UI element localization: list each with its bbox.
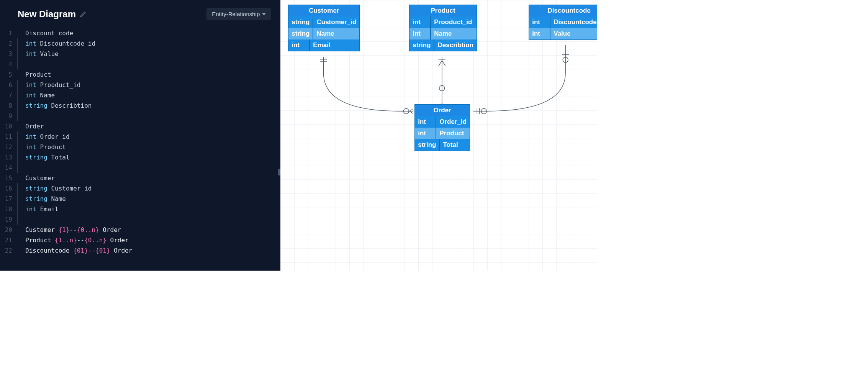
line-number: 4 <box>4 59 17 69</box>
code-text: Customer <box>25 173 55 183</box>
indent-guide <box>17 142 18 152</box>
code-text: int Order_id <box>25 131 70 142</box>
code-text: string Customer_id <box>25 183 92 194</box>
code-text: Customer {1}--{0..n} Order <box>25 225 121 235</box>
entity-field-name: Customer_id <box>313 16 359 28</box>
line-number: 16 <box>4 183 17 194</box>
line-number: 19 <box>4 214 17 225</box>
code-line[interactable]: 11int Order_id <box>4 131 280 142</box>
code-line[interactable]: 21Product {1..n}--{0..n} Order <box>4 235 280 245</box>
indent-guide <box>17 59 18 69</box>
code-text: int Product <box>25 142 66 152</box>
entity-field-name: Name <box>431 28 477 39</box>
indent-guide <box>17 173 18 183</box>
code-line[interactable]: 7int Name <box>4 90 280 100</box>
code-line[interactable]: 10Order <box>4 121 280 131</box>
entity-field-type: string <box>288 28 313 39</box>
code-line[interactable]: 17string Name <box>4 194 280 204</box>
entity-field-name: Describtion <box>434 39 477 51</box>
entity-row: intOrder_id <box>415 116 470 128</box>
entity-field-name: Order_id <box>436 116 470 128</box>
code-text: Product {1..n}--{0..n} Order <box>25 235 129 245</box>
indent-guide <box>17 28 18 38</box>
diagram-canvas[interactable]: CustomerstringCustomer_idstringNameintEm… <box>280 0 597 271</box>
entity-field-name: Total <box>440 139 470 151</box>
indent-guide <box>17 183 18 194</box>
svg-line-8 <box>439 61 442 66</box>
entity-order[interactable]: OrderintOrder_idintProductstringTotal <box>414 104 470 151</box>
entity-field-type: int <box>415 116 436 128</box>
editor-header: New Diagram Entity-Relationship <box>0 0 280 26</box>
entity-customer[interactable]: CustomerstringCustomer_idstringNameintEm… <box>288 5 360 51</box>
entity-field-type: string <box>288 16 313 28</box>
entity-row: intName <box>409 28 477 39</box>
entity-discountcode[interactable]: DiscountcodeintDiscountcode_idintValue <box>529 5 597 40</box>
line-number: 2 <box>4 38 17 49</box>
svg-point-11 <box>563 57 568 62</box>
code-line[interactable]: 12int Product <box>4 142 280 152</box>
code-line[interactable]: 16string Customer_id <box>4 183 280 194</box>
entity-field-type: int <box>409 28 431 39</box>
line-number: 17 <box>4 194 17 204</box>
entity-field-name: Prooduct_id <box>431 16 477 28</box>
code-line[interactable]: 13string Total <box>4 152 280 163</box>
code-text: int Discountcode_id <box>25 38 95 49</box>
entity-row: intValue <box>529 28 597 39</box>
code-line[interactable]: 15Customer <box>4 173 280 183</box>
entity-field-type: int <box>415 128 436 139</box>
entity-row: stringTotal <box>415 139 470 151</box>
code-line[interactable]: 3int Value <box>4 49 280 59</box>
diagram-type-label: Entity-Relationship <box>212 11 260 17</box>
indent-guide <box>17 38 18 49</box>
indent-guide <box>17 111 18 121</box>
line-number: 5 <box>4 69 17 80</box>
line-number: 11 <box>4 131 17 142</box>
line-number: 8 <box>4 100 17 111</box>
code-line[interactable]: 2int Discountcode_id <box>4 38 280 49</box>
indent-guide <box>17 100 18 111</box>
diagram-type-select[interactable]: Entity-Relationship <box>206 8 271 20</box>
code-text: string Describtion <box>25 100 92 111</box>
line-number: 12 <box>4 142 17 152</box>
code-line[interactable]: 4 <box>4 59 280 69</box>
line-number: 6 <box>4 80 17 90</box>
code-line[interactable]: 18int Email <box>4 204 280 214</box>
code-line[interactable]: 1Discount code <box>4 28 280 38</box>
code-text: Order <box>25 121 44 131</box>
entity-field-type: string <box>409 39 434 51</box>
code-line[interactable]: 5Product <box>4 69 280 80</box>
line-number: 15 <box>4 173 17 183</box>
indent-guide <box>17 152 18 163</box>
code-editor[interactable]: 1Discount code2int Discountcode_id3int V… <box>0 26 280 271</box>
line-number: 7 <box>4 90 17 100</box>
code-text: int Name <box>25 90 55 100</box>
line-number: 21 <box>4 235 17 245</box>
line-number: 9 <box>4 111 17 121</box>
entity-row: intEmail <box>288 39 359 51</box>
code-line[interactable]: 19 <box>4 214 280 225</box>
line-number: 22 <box>4 245 17 256</box>
indent-guide <box>17 204 18 214</box>
entity-field-name: Email <box>310 39 359 51</box>
entity-field-type: int <box>529 28 550 39</box>
code-line[interactable]: 6int Prooduct_id <box>4 80 280 90</box>
entity-title: Product <box>409 5 477 16</box>
pencil-icon[interactable] <box>80 11 87 18</box>
code-text: string Name <box>25 194 66 204</box>
line-number: 18 <box>4 204 17 214</box>
entity-row: intDiscountcode_id <box>529 16 597 28</box>
entity-row: stringName <box>288 28 359 39</box>
code-text: Discount code <box>25 28 73 38</box>
indent-guide <box>17 214 18 225</box>
code-line[interactable]: 8string Describtion <box>4 100 280 111</box>
entity-field-name: Product <box>436 128 470 139</box>
code-line[interactable]: 20Customer {1}--{0..n} Order <box>4 225 280 235</box>
indent-guide <box>17 163 18 173</box>
code-line[interactable]: 9 <box>4 111 280 121</box>
indent-guide <box>17 69 18 80</box>
entity-product[interactable]: ProductintProoduct_idintNamestringDescri… <box>409 5 477 51</box>
entity-row: intProduct <box>415 128 470 139</box>
code-line[interactable]: 14 <box>4 163 280 173</box>
code-line[interactable]: 22Discountcode {01}--{01} Order <box>4 245 280 256</box>
indent-guide <box>17 49 18 59</box>
